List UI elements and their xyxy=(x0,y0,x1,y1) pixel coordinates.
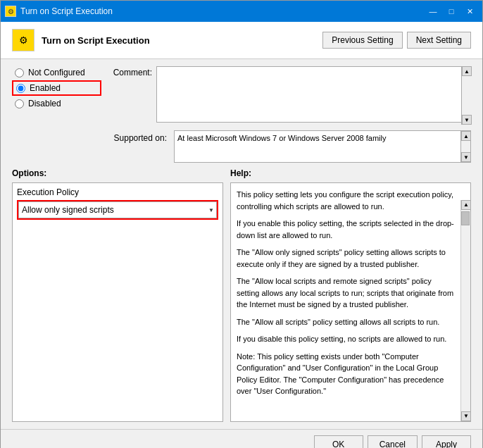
radio-group: Not Configured Enabled Disabled xyxy=(12,66,101,110)
supported-scroll-down[interactable]: ▼ xyxy=(461,152,471,162)
exec-policy-label: Execution Policy xyxy=(17,187,218,197)
options-help-row: Options: Execution Policy Allow only sig… xyxy=(12,168,471,422)
header-icon: ⚙ xyxy=(12,29,34,51)
supported-box: At least Microsoft Windows 7 or Windows … xyxy=(174,130,471,163)
comment-row: Comment: ▲ ▼ xyxy=(107,66,471,125)
next-setting-button[interactable]: Next Setting xyxy=(407,32,471,49)
options-column: Options: Execution Policy Allow only sig… xyxy=(12,168,223,422)
help-scroll-thumb[interactable] xyxy=(461,211,470,225)
help-title: Help: xyxy=(230,168,471,178)
dropdown-wrapper: Allow only signed scripts Allow local sc… xyxy=(17,200,218,220)
main-window: ⚙ Turn on Script Execution — □ ✕ ⚙ Turn … xyxy=(0,0,483,448)
help-scroll-track xyxy=(461,210,470,411)
help-column: Help: This policy setting lets you confi… xyxy=(230,168,471,422)
disabled-label: Disabled xyxy=(28,99,61,108)
scroll-down-arrow[interactable]: ▼ xyxy=(462,115,472,125)
window-icon: ⚙ xyxy=(5,6,16,17)
help-para-6: If you disable this policy setting, no s… xyxy=(237,333,456,345)
left-column: Not Configured Enabled Disabled xyxy=(12,66,107,168)
enabled-radio[interactable] xyxy=(16,84,25,93)
dropdown-container: Allow only signed scripts Allow local sc… xyxy=(18,201,217,218)
enabled-label: Enabled xyxy=(30,83,61,93)
help-scroll-down[interactable]: ▼ xyxy=(461,411,471,421)
right-column: Comment: ▲ ▼ Supported on: At least Micr… xyxy=(107,66,471,168)
title-bar-left: ⚙ Turn on Script Execution xyxy=(5,6,113,17)
supported-scroll-up[interactable]: ▲ xyxy=(461,131,471,141)
comment-scrollbar: ▲ ▼ xyxy=(461,66,471,125)
title-bar: ⚙ Turn on Script Execution — □ ✕ xyxy=(1,1,482,22)
supported-section: Supported on: At least Microsoft Windows… xyxy=(107,130,471,163)
enabled-option[interactable]: Enabled xyxy=(12,80,101,96)
previous-setting-button[interactable]: Previous Setting xyxy=(322,32,402,49)
help-para-4: The "Allow local scripts and remote sign… xyxy=(237,275,456,311)
disabled-radio[interactable] xyxy=(15,99,24,108)
apply-button[interactable]: Apply xyxy=(422,435,471,448)
header-area: ⚙ Turn on Script Execution Previous Sett… xyxy=(1,22,482,59)
minimize-button[interactable]: — xyxy=(425,4,441,18)
cancel-button[interactable]: Cancel xyxy=(368,435,418,448)
options-box: Execution Policy Allow only signed scrip… xyxy=(12,182,223,422)
close-button[interactable]: ✕ xyxy=(461,4,478,18)
help-para-1: This policy setting lets you configure t… xyxy=(237,189,456,212)
help-para-5: The "Allow all scripts" policy setting a… xyxy=(237,316,456,328)
scroll-up-arrow[interactable]: ▲ xyxy=(462,66,472,76)
not-configured-radio[interactable] xyxy=(15,68,24,77)
bottom-bar: OK Cancel Apply xyxy=(1,429,482,448)
header-title: Turn on Script Execution xyxy=(42,35,150,46)
execution-policy-dropdown[interactable]: Allow only signed scripts Allow local sc… xyxy=(18,201,217,218)
supported-label: Supported on: xyxy=(107,130,167,143)
help-para-7: Note: This policy setting exists under b… xyxy=(237,351,456,397)
comment-label: Comment: xyxy=(107,66,156,123)
header-buttons: Previous Setting Next Setting xyxy=(322,32,471,49)
title-bar-controls: — □ ✕ xyxy=(425,4,478,18)
options-title: Options: xyxy=(12,168,223,178)
help-para-2: If you enable this policy setting, the s… xyxy=(237,218,456,241)
comment-area: ▲ ▼ xyxy=(156,66,471,125)
help-scrollbar: ▲ ▼ xyxy=(460,200,470,421)
comment-textarea[interactable] xyxy=(156,66,471,123)
not-configured-label: Not Configured xyxy=(28,68,85,77)
window-title: Turn on Script Execution xyxy=(20,6,113,16)
help-scroll-up[interactable]: ▲ xyxy=(461,200,471,210)
supported-scrollbar: ▲ ▼ xyxy=(460,131,470,162)
supported-value: At least Microsoft Windows 7 or Windows … xyxy=(177,134,398,142)
not-configured-option[interactable]: Not Configured xyxy=(12,66,101,79)
disabled-option[interactable]: Disabled xyxy=(12,97,101,110)
maximize-button[interactable]: □ xyxy=(443,4,460,18)
content-area: Not Configured Enabled Disabled Comment: xyxy=(1,59,482,429)
main-region: Not Configured Enabled Disabled Comment: xyxy=(12,66,471,168)
header-left: ⚙ Turn on Script Execution xyxy=(12,29,150,51)
help-para-3: The "Allow only signed scripts" policy s… xyxy=(237,247,456,270)
ok-button[interactable]: OK xyxy=(314,435,363,448)
help-box: This policy setting lets you configure t… xyxy=(230,182,471,422)
